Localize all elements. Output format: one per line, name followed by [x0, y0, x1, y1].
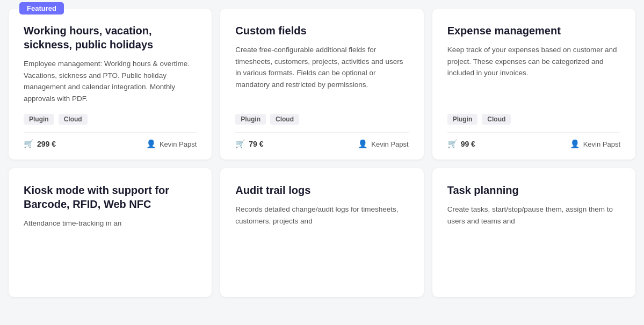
- card-author: 👤 Kevin Papst: [570, 139, 620, 149]
- card-grid: FeaturedWorking hours, vacation, sicknes…: [9, 9, 635, 297]
- card-kiosk-mode[interactable]: Kiosk mode with support for Barcode, RFI…: [9, 168, 212, 297]
- price-value: 299 €: [37, 140, 56, 148]
- card-author: 👤 Kevin Papst: [358, 139, 408, 149]
- card-description: Employee management: Working hours & ove…: [24, 58, 197, 104]
- card-tags: PluginCloud: [24, 114, 197, 125]
- tag-cloud: Cloud: [270, 114, 299, 125]
- card-title: Audit trail logs: [235, 183, 408, 197]
- card-tags: PluginCloud: [235, 114, 408, 125]
- card-task-planning[interactable]: Task planningCreate tasks, start/stop/pa…: [432, 168, 635, 297]
- card-title: Custom fields: [235, 24, 408, 38]
- card-price: 🛒 99 €: [447, 139, 475, 149]
- card-title: Working hours, vacation, sickness, publi…: [24, 24, 197, 52]
- card-audit-trail[interactable]: Audit trail logsRecords detailed change/…: [220, 168, 423, 297]
- author-icon: 👤: [358, 139, 368, 149]
- card-title: Expense management: [447, 24, 620, 38]
- tag-cloud: Cloud: [482, 114, 511, 125]
- author-icon: 👤: [146, 139, 156, 149]
- card-custom-fields[interactable]: Custom fieldsCreate free-configurable ad…: [220, 9, 423, 160]
- card-tags: PluginCloud: [447, 114, 620, 125]
- card-title: Kiosk mode with support for Barcode, RFI…: [24, 183, 197, 211]
- author-name: Kevin Papst: [583, 140, 620, 148]
- card-working-hours[interactable]: FeaturedWorking hours, vacation, sicknes…: [9, 9, 212, 160]
- card-footer: 🛒 79 € 👤 Kevin Papst: [235, 132, 408, 149]
- card-author: 👤 Kevin Papst: [146, 139, 197, 149]
- featured-badge: Featured: [19, 2, 64, 15]
- card-price: 🛒 299 €: [24, 139, 56, 149]
- card-description: Create free-configurable additional fiel…: [235, 44, 408, 104]
- price-value: 99 €: [461, 140, 475, 148]
- card-description: Records detailed change/audit logs for t…: [235, 204, 408, 277]
- cart-icon: 🛒: [24, 139, 34, 149]
- cart-icon: 🛒: [447, 139, 458, 149]
- card-price: 🛒 79 €: [235, 139, 263, 149]
- card-description: Keep track of your expenses based on cus…: [447, 44, 620, 104]
- card-title: Task planning: [447, 183, 620, 197]
- card-footer: 🛒 299 € 👤 Kevin Papst: [24, 132, 197, 149]
- tag-plugin: Plugin: [235, 114, 266, 125]
- tag-plugin: Plugin: [447, 114, 478, 125]
- tag-plugin: Plugin: [24, 114, 54, 125]
- author-name: Kevin Papst: [371, 140, 408, 148]
- card-description: Create tasks, start/stop/pause them, ass…: [447, 204, 620, 277]
- cart-icon: 🛒: [235, 139, 245, 149]
- author-icon: 👤: [570, 139, 580, 149]
- author-name: Kevin Papst: [160, 140, 197, 148]
- card-description: Attendance time-tracking in an: [24, 218, 197, 277]
- card-expense-management[interactable]: Expense managementKeep track of your exp…: [432, 9, 635, 160]
- price-value: 79 €: [249, 140, 263, 148]
- card-footer: 🛒 99 € 👤 Kevin Papst: [447, 132, 620, 149]
- tag-cloud: Cloud: [59, 114, 88, 125]
